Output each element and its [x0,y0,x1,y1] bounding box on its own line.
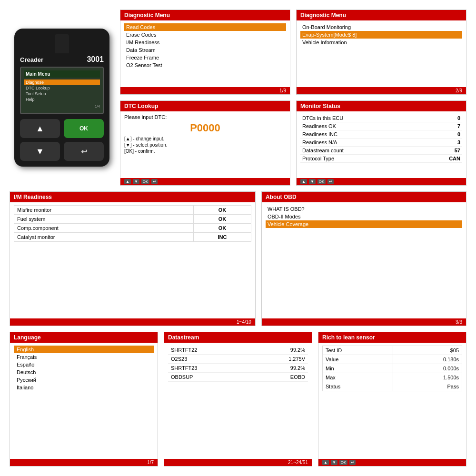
obd-device: Creader 3001 Main Menu Diagnose DTC Look… [14,29,109,167]
cell-readiness-na-label: Readiness N/A [300,139,422,147]
panel-datastream: Datastream SHRTFT22 99.2% O2S23 1.275V S… [164,332,312,466]
screen-item-dtc[interactable]: DTC Lookup [24,85,100,91]
rl-label-value: Value [323,355,393,364]
screen-page: 1/4 [24,104,100,109]
cell-readiness-ok-value: 7 [422,122,462,130]
rl-label-min: Min [323,364,393,373]
ctrl-down[interactable]: ▼ [133,179,139,184]
up-button[interactable]: ▲ [20,119,60,138]
table-row: Test ID $05 [323,346,462,355]
datastream-table: SHRTFT22 99.2% O2S23 1.275V SHRTFT23 99.… [168,346,308,382]
ctrl-back-rl[interactable]: ↩ [349,460,356,465]
dtc-inst-1: [▲] - change input. [124,136,286,141]
panel-header-ds: Datastream [164,332,312,343]
cell-fuel-value: OK [194,215,251,224]
device-brand: Creader [20,56,43,63]
cell-comp-value: OK [194,224,251,233]
ds-value-3: 99.2% [250,364,308,373]
dtc-code[interactable]: P0000 [124,122,286,134]
cell-datastream-value: 57 [422,147,462,155]
ds-label-3: SHRTFT23 [168,364,250,373]
ctrl-down-rl[interactable]: ▼ [331,460,337,465]
ctrl-back[interactable]: ↩ [151,179,158,184]
lang-item-english[interactable]: English [14,346,154,353]
table-row: Min 0.000s [323,364,462,373]
menu-item-erase-codes[interactable]: Erase Codes [124,31,286,39]
cell-misfire-label: Misfire monitor [14,206,194,215]
about-item-coverage[interactable]: Vehicle Coverage [266,220,462,228]
table-row: Readiness INC 0 [300,130,462,139]
lang-item-russian[interactable]: Русский [14,376,154,384]
menu-item-im-readiness[interactable]: I/M Readiness [124,39,286,46]
menu-item-vehicle-info[interactable]: Vehicle Information [300,39,462,46]
main-container: Creader 3001 Main Menu Diagnose DTC Look… [0,0,476,476]
ds-label-4: OBDSUP [168,373,250,382]
menu-item-o2-sensor[interactable]: O2 Sensor Test [124,61,286,69]
ds-value-2: 1.275V [250,355,308,364]
ctrl-up[interactable]: ▲ [124,179,131,184]
lang-item-italian[interactable]: Italiano [14,384,154,391]
table-row: Misfire monitor OK [14,206,251,215]
panel-footer-ds: 21~24/51 [164,459,312,466]
ctrl-ok-m[interactable]: OK [317,179,326,184]
panel-header-diag2: Diagnostic Menu [297,10,466,20]
about-item-modes[interactable]: OBD-II Modes [266,213,462,220]
panel-footer-rl: ▲ ▼ OK ↩ [318,459,466,466]
im-readiness-table: Misfire monitor OK Fuel system OK Comp.c… [14,205,251,242]
cell-protocol-value: CAN [422,155,462,163]
panel-body-ds: SHRTFT22 99.2% O2S23 1.275V SHRTFT23 99.… [164,343,312,459]
rl-value-testid: $05 [393,346,462,355]
table-row: Fuel system OK [14,215,251,224]
cell-dtcs-value: 0 [422,114,462,122]
back-button[interactable]: ↩ [64,142,104,161]
panel-footer-diag1: 1/9 [120,87,290,94]
down-button[interactable]: ▼ [20,142,60,161]
page-obd: 3/3 [456,319,462,325]
lang-item-french[interactable]: Français [14,353,154,361]
panel-footer-lang: 1/7 [10,459,158,466]
lang-item-german[interactable]: Deutsch [14,368,154,376]
ctrl-ok-rl[interactable]: OK [339,460,348,465]
cell-protocol-label: Protocol Type [300,155,422,163]
menu-item-freeze-frame[interactable]: Freeze Frame [124,54,286,61]
ds-value-1: 99.2% [250,346,308,355]
panel-monitor-status: Monitor Status DTCs in this ECU 0 Readin… [296,100,466,186]
dtc-inst-2: [▼] - select position. [124,142,286,148]
panel-body-diag2: On-Board Monitoring Evap-System[Mode$ 8]… [297,20,466,87]
rl-value-min: 0.000s [393,364,462,373]
panel-footer-monitor: ▲ ▼ OK ↩ [297,178,466,185]
device-model: 3001 [87,55,104,64]
ctrl-ok[interactable]: OK [141,179,150,184]
about-item-what[interactable]: WHAT IS OBD? [266,205,462,213]
rl-footer-controls: ▲ ▼ OK ↩ [322,460,356,465]
device-cable [55,34,69,53]
lang-item-spanish[interactable]: Español [14,361,154,368]
table-row: DTCs in this ECU 0 [300,114,462,122]
menu-item-evap[interactable]: Evap-System[Mode$ 8] [300,31,462,39]
panel-dtc-lookup: DTC Lookup Please input DTC: P0000 [▲] -… [120,100,290,186]
ctrl-up-rl[interactable]: ▲ [322,460,329,465]
panel-header-rl: Rich to lean sensor [318,332,466,343]
page-diag1: 1/9 [279,88,286,93]
ctrl-up-m[interactable]: ▲ [300,179,307,184]
cell-readiness-inc-label: Readiness INC [300,130,422,139]
screen-item-diagnose[interactable]: Diagnose [24,79,100,85]
rl-label-max: Max [323,373,393,382]
ctrl-back-m[interactable]: ↩ [327,179,334,184]
ok-button[interactable]: OK [64,119,104,138]
panel-about-obd: About OBD WHAT IS OBD? OBD-II Modes Vehi… [261,191,466,326]
table-row: O2S23 1.275V [168,355,308,364]
screen-header: Main Menu [24,70,100,78]
panel-body-obd: WHAT IS OBD? OBD-II Modes Vehicle Covera… [262,202,466,318]
screen-item-tool[interactable]: Tool Setup [24,91,100,97]
dtc-footer-controls: ▲ ▼ OK ↩ [124,179,158,184]
screen-item-help[interactable]: Help [24,97,100,102]
menu-item-data-stream[interactable]: Data Stream [124,46,286,54]
menu-item-read-codes[interactable]: Read Codes [124,23,286,31]
table-row: SHRTFT23 99.2% [168,364,308,373]
ds-label-2: O2S23 [168,355,250,364]
panel-header-diag1: Diagnostic Menu [120,10,290,20]
table-row: Status Pass [323,382,462,391]
menu-item-onboard[interactable]: On-Board Monitoring [300,23,462,31]
ctrl-down-m[interactable]: ▼ [309,179,316,184]
